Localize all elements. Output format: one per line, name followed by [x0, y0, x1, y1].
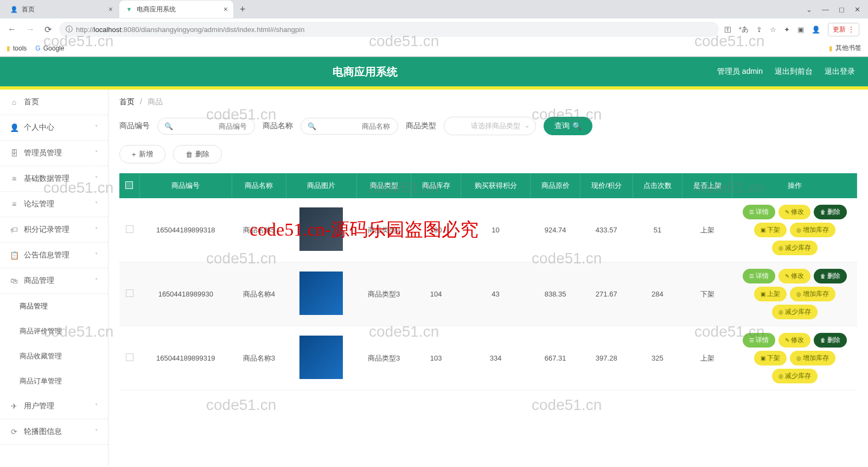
minimize-icon[interactable]: —	[822, 5, 829, 14]
sidebar-sub-item[interactable]: 商品管理	[0, 294, 108, 319]
sidebar-item[interactable]: ⌂首页	[0, 90, 108, 115]
folder-icon: ▮	[829, 45, 833, 52]
search-code-input[interactable]	[175, 122, 247, 130]
product-image[interactable]	[299, 272, 343, 315]
detail-button[interactable]: ☰详情	[743, 269, 775, 283]
shelf-icon: ▣	[761, 227, 765, 233]
cell-orig-price: 838.35	[531, 262, 580, 326]
sidebar-item[interactable]: ≡论坛管理˅	[0, 192, 108, 217]
delete-row-button[interactable]: 🗑删除	[814, 333, 847, 348]
add-button[interactable]: +新增	[119, 145, 165, 163]
cell-type[interactable]: 商品类型2	[356, 198, 411, 262]
browser-tab-app[interactable]: ▼ 电商应用系统 ×	[119, 1, 233, 18]
admin-label[interactable]: 管理员 admin	[717, 67, 763, 77]
reduce-stock-button[interactable]: ◎减少库存	[772, 241, 818, 255]
add-stock-button[interactable]: ◎增加库存	[790, 223, 835, 237]
star-icon[interactable]: ☆	[770, 26, 776, 34]
sidebar-sub-label: 商品订单管理	[20, 376, 62, 386]
sidebar-sub-item[interactable]: 商品订单管理	[0, 369, 108, 394]
menu-icon: 🛍	[10, 276, 18, 285]
translate-icon[interactable]: ᵃあ	[739, 24, 749, 34]
sidebar-sub-item[interactable]: 商品评价管理	[0, 319, 108, 344]
edit-button[interactable]: ✎修改	[778, 269, 810, 283]
logout-link[interactable]: 退出登录	[825, 67, 855, 77]
profile-icon[interactable]: 👤	[812, 26, 820, 34]
row-checkbox[interactable]	[126, 289, 133, 297]
trash-icon: 🗑	[820, 273, 826, 279]
edit-button[interactable]: ✎修改	[778, 333, 810, 348]
query-button[interactable]: 查询🔍	[544, 117, 592, 135]
forward-icon[interactable]: →	[24, 22, 37, 36]
panel-icon[interactable]: ▣	[797, 26, 804, 34]
delete-row-button[interactable]: 🗑删除	[814, 269, 847, 283]
reload-icon[interactable]: ⟳	[42, 22, 54, 37]
sidebar-item[interactable]: ✈用户管理˅	[0, 394, 108, 419]
extensions-icon[interactable]: ✦	[784, 26, 790, 34]
product-image[interactable]	[299, 207, 343, 251]
sidebar-item[interactable]: 👤个人中心˅	[0, 115, 108, 141]
chevron-down-icon: ˅	[95, 124, 98, 131]
search-code-input-wrap: 🔍	[157, 118, 255, 135]
breadcrumb-home[interactable]: 首页	[119, 97, 135, 106]
row-checkbox[interactable]	[126, 354, 133, 361]
row-checkbox[interactable]	[126, 225, 133, 233]
list-icon: ☰	[749, 273, 754, 279]
url-text: http://localhost:8080/dianshangyingyong/…	[76, 26, 304, 34]
cell-type[interactable]: 商品类型3	[356, 326, 411, 390]
delete-row-button[interactable]: 🗑删除	[814, 205, 847, 219]
sidebar-item-label: 积分记录管理	[24, 225, 69, 235]
shelf-button[interactable]: ▣下架	[754, 223, 787, 237]
cell-type[interactable]: 商品类型3	[356, 262, 411, 326]
menu-icon: ⌂	[10, 98, 18, 106]
close-icon[interactable]: ×	[224, 5, 228, 14]
reduce-stock-button[interactable]: ◎减少库存	[772, 305, 818, 319]
detail-button[interactable]: ☰详情	[743, 205, 775, 219]
bookmark-tools[interactable]: ▮tools	[7, 45, 27, 52]
sidebar-item[interactable]: 🗄管理员管理˅	[0, 141, 108, 166]
url-input[interactable]: ⓘ http://localhost:8080/dianshangyingyon…	[59, 22, 719, 37]
chevron-down-icon: ˅	[95, 403, 98, 410]
sidebar-item[interactable]: ≡基础数据管理˅	[0, 166, 108, 192]
sidebar-item[interactable]: 📋公告信息管理˅	[0, 243, 108, 268]
search-type-select[interactable]: 请选择商品类型 ⌄	[444, 117, 536, 135]
sidebar-item[interactable]: ⟳轮播图信息˅	[0, 419, 108, 445]
share-icon[interactable]: ⇪	[756, 26, 762, 34]
app-title: 电商应用系统	[13, 65, 717, 79]
favicon-icon: ▼	[125, 5, 133, 14]
key-icon[interactable]: ⚿	[724, 26, 731, 34]
add-stock-button[interactable]: ◎增加库存	[790, 351, 835, 365]
browser-tab-home[interactable]: 👤 首页 ×	[4, 1, 118, 18]
to-front-link[interactable]: 退出到前台	[775, 67, 813, 77]
search-type-label: 商品类型	[406, 121, 436, 131]
search-name-input[interactable]	[318, 122, 390, 130]
menu-icon: ⟳	[10, 427, 18, 436]
add-stock-button[interactable]: ◎增加库存	[790, 287, 835, 301]
bookmark-google[interactable]: GGoogle	[35, 45, 64, 52]
bookmark-other[interactable]: ▮其他书签	[829, 43, 861, 53]
back-icon[interactable]: ←	[5, 22, 18, 36]
search-code-label: 商品编号	[119, 121, 150, 131]
delete-button[interactable]: 🗑删除	[173, 145, 222, 163]
chevron-down-icon[interactable]: ⌄	[806, 5, 812, 14]
select-all-checkbox[interactable]	[125, 181, 133, 189]
reduce-stock-button[interactable]: ◎减少库存	[772, 369, 818, 383]
sidebar-sub-item[interactable]: 商品收藏管理	[0, 344, 108, 369]
sidebar-item[interactable]: 🛍商品管理˄	[0, 268, 108, 294]
product-image[interactable]	[299, 336, 343, 379]
table-header-cell: 商品原价	[531, 173, 580, 198]
update-button[interactable]: 更新⋮	[828, 23, 859, 36]
shelf-button[interactable]: ▣下架	[754, 351, 787, 365]
close-window-icon[interactable]: ✕	[854, 5, 860, 14]
site-info-icon[interactable]: ⓘ	[66, 24, 73, 34]
edit-button[interactable]: ✎修改	[778, 205, 810, 219]
maximize-icon[interactable]: ◻	[839, 5, 845, 14]
cell-code: 165044189899318	[139, 198, 232, 262]
cell-image	[286, 326, 357, 390]
close-icon[interactable]: ×	[108, 5, 113, 14]
cell-now-price: 433.57	[580, 198, 633, 262]
plus-icon: +	[132, 150, 136, 159]
sidebar-item[interactable]: 🏷积分记录管理˅	[0, 217, 108, 243]
shelf-button[interactable]: ▣上架	[754, 287, 787, 301]
detail-button[interactable]: ☰详情	[743, 333, 775, 348]
new-tab-button[interactable]: +	[234, 4, 251, 15]
